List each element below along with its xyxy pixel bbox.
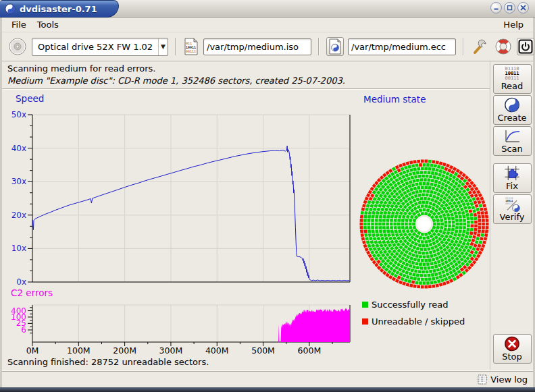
app-window: dvdisaster-0.71 File Tools Help Optical … (0, 0, 535, 392)
scan-curve-icon (503, 129, 521, 144)
toolbar-separator (175, 38, 176, 55)
status-line2: Medium "Example disc": CD-R mode 1, 3524… (7, 75, 484, 87)
menu-file[interactable]: File (6, 18, 32, 31)
menubar: File Tools Help (2, 18, 533, 32)
create-button[interactable]: Create (493, 95, 532, 125)
quit-power-icon[interactable] (517, 38, 534, 55)
chevron-down-icon: ▼ (158, 38, 168, 55)
svg-text:0x: 0x (16, 277, 26, 287)
menu-help[interactable]: Help (498, 18, 529, 31)
medium-state-disc: Medium state (360, 94, 489, 289)
svg-text:400M: 400M (205, 345, 229, 356)
toolbar: Optical drive 52X FW 1.02 ▼ 011 10011 00… (2, 32, 533, 61)
svg-text:0M: 0M (26, 345, 39, 356)
svg-text:300M: 300M (159, 345, 183, 356)
drive-disc-icon[interactable] (7, 36, 28, 57)
svg-text:Medium state: Medium state (363, 94, 426, 105)
speed-chart: Speed0x10x20x30x40x50x (11, 93, 350, 287)
svg-text:500M: 500M (251, 345, 275, 356)
fix-button[interactable]: Fix (493, 163, 532, 193)
window-title: dvdisaster-0.71 (20, 4, 97, 14)
ecc-path-input[interactable] (348, 38, 456, 55)
maximize-button[interactable] (504, 2, 515, 13)
status-line1: Scanning medium for read errors. (7, 63, 484, 75)
svg-text:50x: 50x (11, 110, 26, 119)
verify-button[interactable]: 01110 10011 00111 Verify (493, 194, 532, 224)
svg-text:00111: 00111 (186, 49, 196, 53)
menu-tools[interactable]: Tools (32, 18, 64, 31)
minimize-button[interactable] (490, 2, 502, 13)
drive-select[interactable]: Optical drive 52X FW 1.02 ▼ (32, 38, 168, 56)
ecc-file-icon[interactable] (326, 37, 344, 56)
svg-text:C2 errors: C2 errors (11, 287, 53, 298)
read-binary-icon: 011101001100111 (505, 67, 519, 81)
svg-text:400: 400 (11, 306, 26, 316)
preferences-wrench-icon[interactable] (471, 37, 490, 56)
svg-text:40x: 40x (11, 144, 26, 153)
help-lifesaver-icon[interactable] (494, 37, 513, 56)
yinyang-icon (504, 97, 520, 113)
read-button[interactable]: 011101001100111 Read (493, 64, 532, 94)
svg-text:200M: 200M (113, 345, 136, 356)
x-axis: 0M100M200M300M400M500M600M (26, 342, 332, 356)
titlebar[interactable]: dvdisaster-0.71 (0, 0, 535, 18)
iso-file-icon: 011 10011 00111 (183, 37, 199, 56)
toolbar-separator (318, 38, 320, 55)
app-yinyang-icon (5, 3, 16, 14)
svg-text:Speed: Speed (16, 93, 44, 104)
svg-text:20x: 20x (11, 211, 26, 220)
stop-button[interactable]: Stop (493, 334, 532, 364)
main-area: Scanning medium for read errors. Medium … (2, 61, 533, 371)
title-tab: dvdisaster-0.71 (0, 0, 119, 18)
medium-state-legend: Successfully readUnreadable / skipped (362, 300, 465, 327)
svg-text:Successfully read: Successfully read (372, 300, 448, 310)
close-button[interactable] (517, 2, 529, 13)
stop-icon (504, 336, 520, 352)
chart-region: Speed0x10x20x30x40x50xC2 errors625100400… (2, 90, 490, 356)
verify-icon: 01110 10011 00111 (503, 196, 521, 212)
c2-errors-chart: C2 errors625100400 (11, 287, 350, 342)
toolbar-separator (463, 38, 464, 55)
puzzle-icon (503, 165, 521, 181)
svg-text:Unreadable / skipped: Unreadable / skipped (372, 316, 465, 327)
window-bottom-border (0, 387, 535, 392)
footer-bar: View log (2, 371, 533, 387)
iso-path-input[interactable] (203, 38, 311, 55)
scan-button[interactable]: Scan (493, 126, 532, 156)
svg-text:600M: 600M (298, 345, 322, 356)
drive-select-value: Optical drive 52X FW 1.02 (32, 42, 158, 52)
svg-text:30x: 30x (11, 177, 26, 186)
svg-text:10x: 10x (11, 244, 26, 253)
action-sidebar: 011101001100111 Read Create Scan (491, 61, 533, 370)
charts-canvas: Speed0x10x20x30x40x50xC2 errors625100400… (2, 90, 490, 358)
svg-text:100M: 100M (67, 345, 91, 356)
scan-result-status: Scanning finished: 28752 unreadable sect… (2, 356, 490, 370)
view-log-button[interactable]: View log (478, 374, 528, 385)
log-list-icon (478, 374, 487, 385)
